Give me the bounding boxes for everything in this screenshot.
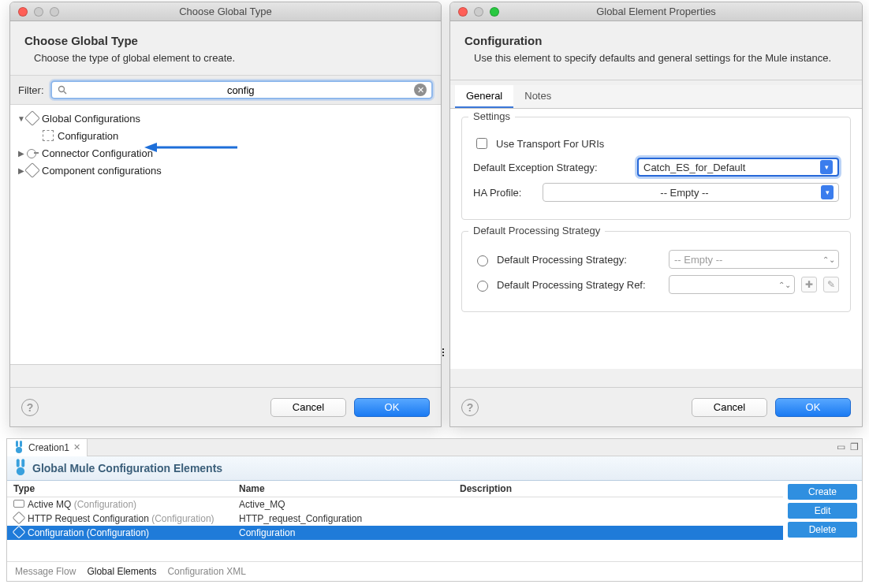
col-description[interactable]: Description	[453, 481, 783, 497]
delete-button[interactable]: Delete	[788, 522, 857, 538]
footer-tab-configuration-xml[interactable]: Configuration XML	[167, 566, 245, 577]
col-type[interactable]: Type	[7, 481, 233, 497]
global-element-properties-dialog: Global Element Properties Configuration …	[449, 2, 863, 427]
use-transport-label: Use Transport For URIs	[496, 138, 604, 150]
svg-marker-3	[144, 143, 157, 152]
tree-node-component-configurations[interactable]: ▶ Component configurations	[13, 162, 438, 179]
mule-icon	[13, 461, 28, 475]
edit-button[interactable]: Edit	[788, 503, 857, 519]
svg-line-1	[64, 91, 66, 94]
create-button[interactable]: Create	[788, 484, 857, 500]
chevron-updown-icon: ⌃⌄	[824, 252, 834, 266]
ha-profile-select[interactable]: -- Empty -- ▾	[543, 183, 839, 202]
default-exception-strategy-select[interactable]: Catch_ES_for_Default ▾	[637, 158, 839, 177]
chevron-updown-icon: ▾	[820, 160, 833, 174]
dps-radio[interactable]	[477, 255, 488, 266]
global-elements-editor: Creation1 ✕ ▭ ❐ Global Mule Configuratio…	[6, 438, 863, 582]
titlebar: Choose Global Type	[10, 2, 441, 21]
editor-heading: Global Mule Configuration Elements	[32, 462, 222, 474]
help-icon[interactable]: ?	[461, 399, 479, 416]
add-icon[interactable]: ✚	[801, 277, 817, 292]
activemq-icon	[13, 500, 24, 508]
tab-notes[interactable]: Notes	[513, 85, 562, 108]
cancel-button[interactable]: Cancel	[270, 398, 346, 417]
edit-icon[interactable]: ✎	[823, 277, 839, 292]
ha-profile-label: HA Profile:	[473, 187, 536, 199]
close-tab-icon[interactable]: ✕	[73, 442, 80, 452]
search-icon	[57, 84, 68, 95]
table-row[interactable]: Active MQ (Configuration) Active_MQ	[7, 497, 783, 512]
dps-ref-radio[interactable]	[477, 281, 488, 292]
help-icon[interactable]: ?	[21, 399, 39, 416]
global-elements-table: Type Name Description Active MQ (Configu…	[7, 481, 783, 561]
dps-select[interactable]: -- Empty -- ⌃⌄	[669, 250, 839, 269]
chevron-updown-icon: ▾	[821, 185, 834, 199]
default-exception-strategy-label: Default Exception Strategy:	[473, 162, 631, 173]
chevron-updown-icon: ⌃⌄	[780, 277, 789, 292]
tree-node-global-configurations[interactable]: ▼ Global Configurations	[13, 110, 438, 127]
dialog-heading: Choose Global Type	[24, 34, 427, 47]
footer-tab-global-elements[interactable]: Global Elements	[87, 566, 156, 577]
global-config-icon	[27, 113, 38, 124]
window-title: Choose Global Type	[10, 6, 441, 17]
dialog-heading: Configuration	[464, 34, 848, 47]
disclosure-right-icon[interactable]: ▶	[17, 149, 26, 158]
table-row[interactable]: Configuration (Configuration) Configurat…	[7, 526, 783, 540]
connector-icon	[27, 147, 38, 158]
titlebar: Global Element Properties	[450, 2, 862, 21]
svg-point-0	[58, 87, 64, 92]
use-transport-checkbox[interactable]	[476, 138, 487, 149]
dps-ref-select[interactable]: ⌃⌄	[669, 275, 795, 294]
cancel-button[interactable]: Cancel	[692, 398, 767, 417]
filter-input[interactable]	[68, 84, 415, 97]
configuration-icon	[43, 130, 54, 141]
table-row[interactable]: HTTP Request Configuration (Configuratio…	[7, 512, 783, 526]
divider-dots	[441, 347, 446, 363]
dps-label: Default Processing Strategy:	[497, 254, 662, 266]
dialog-subheading: Choose the type of global element to cre…	[34, 52, 427, 64]
minimize-view-icon[interactable]: ▭	[837, 441, 845, 452]
footer-tab-message-flow[interactable]: Message Flow	[15, 566, 76, 577]
default-processing-strategy-group: Default Processing Strategy Default Proc…	[461, 231, 851, 312]
editor-tab-creation1[interactable]: Creation1 ✕	[7, 439, 88, 456]
ok-button[interactable]: OK	[775, 398, 851, 417]
window-title: Global Element Properties	[450, 6, 862, 17]
http-icon	[13, 514, 24, 522]
component-config-icon	[27, 165, 38, 176]
mule-icon	[13, 442, 24, 453]
group-title-dps: Default Processing Strategy	[468, 225, 605, 236]
settings-group: Settings Use Transport For URIs Default …	[461, 117, 851, 220]
filter-input-wrap[interactable]: ✕	[50, 80, 434, 99]
annotation-arrow	[144, 142, 239, 153]
group-title-settings: Settings	[468, 110, 515, 122]
maximize-view-icon[interactable]: ❐	[850, 441, 859, 452]
ok-button[interactable]: OK	[354, 398, 430, 417]
filter-label: Filter:	[18, 84, 44, 96]
col-name[interactable]: Name	[233, 481, 453, 497]
tab-general[interactable]: General	[455, 85, 513, 108]
dialog-subheading: Use this element to specify defaults and…	[474, 52, 848, 64]
choose-global-type-dialog: Choose Global Type Choose Global Type Ch…	[9, 2, 442, 427]
configuration-icon	[13, 528, 24, 536]
clear-filter-icon[interactable]: ✕	[414, 84, 427, 96]
dps-ref-label: Default Processing Strategy Ref:	[497, 279, 662, 291]
